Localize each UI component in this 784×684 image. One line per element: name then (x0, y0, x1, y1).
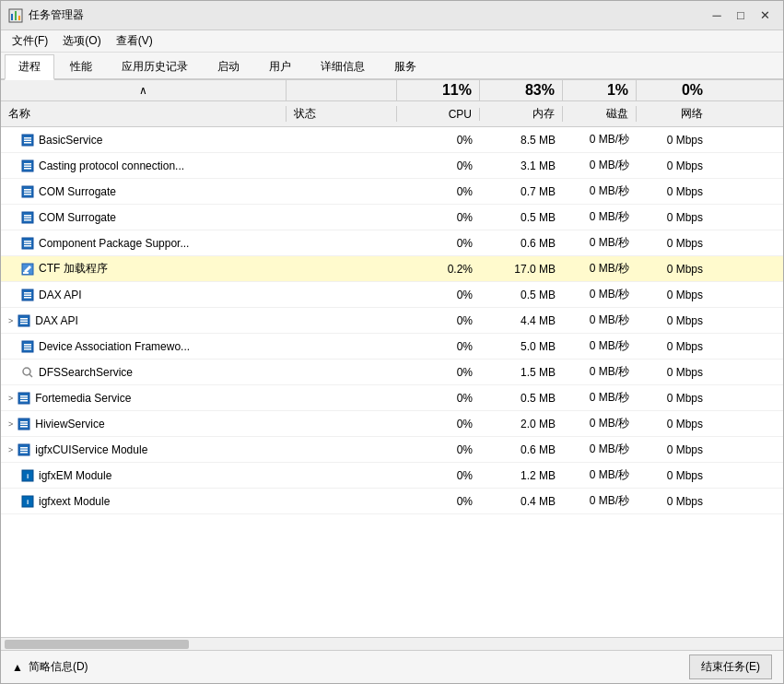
process-name-cell: BasicService (1, 133, 287, 147)
process-icon (20, 236, 35, 251)
process-memory: 0.6 MB (480, 443, 563, 456)
process-name: COM Surrogate (39, 185, 116, 198)
maximize-button[interactable]: □ (730, 5, 752, 27)
table-row[interactable]: COM Surrogate 0% 0.7 MB 0 MB/秒 0 Mbps (1, 179, 783, 205)
table-row[interactable]: Device Association Framewo... 0% 5.0 MB … (1, 334, 783, 360)
table-row[interactable]: DAX API 0% 0.5 MB 0 MB/秒 0 Mbps (1, 282, 783, 308)
col-header-disk[interactable]: 磁盘 (563, 106, 637, 122)
svg-rect-42 (20, 397, 28, 399)
tab-bar: 进程 性能 应用历史记录 启动 用户 详细信息 服务 (1, 53, 783, 80)
tab-processes[interactable]: 进程 (5, 54, 54, 80)
col-header-network[interactable]: 网络 (637, 106, 710, 122)
table-row[interactable]: i igfxEM Module 0% 1.2 MB 0 MB/秒 0 Mbps (1, 463, 783, 489)
brief-info-label[interactable]: 简略信息(D) (29, 659, 88, 675)
process-name-cell: COM Surrogate (1, 210, 287, 225)
network-stat: 0% (637, 80, 710, 100)
expand-arrow[interactable]: > (8, 394, 13, 403)
expand-arrow[interactable]: > (8, 419, 13, 429)
process-name-cell: > Fortemedia Service (1, 391, 287, 406)
sort-arrow[interactable]: ∧ (139, 84, 147, 97)
svg-rect-43 (20, 400, 28, 402)
process-name: CTF 加载程序 (39, 261, 108, 277)
app-icon (8, 8, 23, 23)
menu-options[interactable]: 选项(O) (55, 31, 108, 51)
svg-rect-13 (24, 189, 31, 191)
process-network: 0 Mbps (637, 263, 710, 276)
process-name-cell: i igfxext Module (1, 494, 287, 509)
horizontal-scrollbar-thumb[interactable] (5, 640, 189, 649)
process-name: COM Surrogate (39, 211, 116, 224)
menu-view[interactable]: 查看(V) (109, 31, 160, 51)
svg-rect-47 (20, 426, 28, 428)
process-network: 0 Mbps (637, 134, 710, 147)
menu-file[interactable]: 文件(F) (5, 31, 55, 51)
process-cpu: 0% (397, 237, 480, 250)
svg-rect-14 (24, 191, 31, 193)
svg-rect-27 (24, 292, 31, 294)
svg-rect-1 (11, 14, 13, 20)
process-disk: 0 MB/秒 (563, 338, 637, 354)
content-area: ∧ 11% 83% 1% 0% 名称 状态 (1, 80, 783, 650)
process-icon (20, 133, 35, 147)
end-task-button[interactable]: 结束任务(E) (689, 655, 772, 679)
svg-rect-32 (20, 320, 28, 322)
process-disk: 0 MB/秒 (563, 183, 637, 199)
tab-performance[interactable]: 性能 (56, 54, 106, 78)
minimize-button[interactable]: ─ (706, 5, 728, 27)
horizontal-scrollbar[interactable] (1, 637, 783, 650)
memory-stat: 83% (480, 80, 563, 100)
process-name: Fortemedia Service (35, 392, 131, 405)
process-icon: i (20, 468, 35, 483)
svg-rect-7 (24, 142, 31, 144)
svg-rect-29 (24, 297, 31, 299)
process-name-cell: DFSSearchService (1, 365, 287, 380)
col-header-cpu[interactable]: CPU (397, 108, 480, 121)
close-button[interactable]: ✕ (754, 5, 776, 27)
process-memory: 3.1 MB (480, 159, 563, 172)
process-disk: 0 MB/秒 (563, 390, 637, 406)
process-network: 0 Mbps (637, 366, 710, 379)
col-header-status[interactable]: 状态 (287, 106, 397, 122)
table-row[interactable]: DFSSearchService 0% 1.5 MB 0 MB/秒 0 Mbps (1, 360, 783, 385)
table-row[interactable]: Component Package Suppor... 0% 0.6 MB 0 … (1, 230, 783, 256)
table-row[interactable]: Casting protocol connection... 0% 3.1 MB… (1, 153, 783, 179)
process-table[interactable]: BasicService 0% 8.5 MB 0 MB/秒 0 Mbps Cas… (1, 127, 783, 637)
process-memory: 0.6 MB (480, 237, 563, 250)
process-name-cell: Device Association Framewo... (1, 339, 287, 354)
svg-rect-23 (24, 245, 31, 247)
table-row[interactable]: > igfxCUIService Module 0% 0.6 MB 0 MB/秒… (1, 437, 783, 463)
svg-text:i: i (27, 498, 29, 506)
process-cpu: 0% (397, 211, 480, 224)
table-row[interactable]: > Fortemedia Service 0% 0.5 MB 0 MB/秒 0 … (1, 385, 783, 411)
svg-rect-45 (20, 421, 28, 423)
tab-app-history[interactable]: 应用历史记录 (108, 54, 202, 78)
process-network: 0 Mbps (637, 418, 710, 430)
col-header-name[interactable]: 名称 (1, 106, 287, 122)
svg-point-38 (23, 368, 30, 375)
tab-users[interactable]: 用户 (255, 54, 305, 78)
process-network: 0 Mbps (637, 340, 710, 353)
col-header-memory[interactable]: 内存 (480, 106, 563, 122)
process-cpu: 0.2% (397, 263, 480, 276)
expand-arrow[interactable]: > (8, 316, 13, 325)
process-name-cell: DAX API (1, 288, 287, 302)
svg-rect-25 (23, 272, 29, 274)
table-row[interactable]: > HiviewService 0% 2.0 MB 0 MB/秒 0 Mbps (1, 411, 783, 437)
table-row[interactable]: CTF 加载程序 0.2% 17.0 MB 0 MB/秒 0 Mbps (1, 256, 783, 282)
tab-startup[interactable]: 启动 (204, 54, 253, 78)
process-name: igfxEM Module (39, 469, 111, 482)
svg-rect-17 (24, 215, 31, 217)
table-row[interactable]: i igfxext Module 0% 0.4 MB 0 MB/秒 0 Mbps (1, 489, 783, 514)
svg-rect-33 (20, 323, 28, 324)
expand-arrow[interactable]: > (8, 445, 13, 454)
process-name-cell: Component Package Suppor... (1, 236, 287, 251)
svg-rect-50 (20, 449, 28, 451)
table-row[interactable]: > DAX API 0% 4.4 MB 0 MB/秒 0 Mbps (1, 308, 783, 334)
tab-details[interactable]: 详细信息 (307, 54, 379, 78)
disk-percent: 1% (607, 82, 628, 99)
tab-services[interactable]: 服务 (380, 54, 430, 78)
process-name: igfxCUIService Module (35, 443, 147, 456)
svg-rect-46 (20, 423, 28, 425)
table-row[interactable]: COM Surrogate 0% 0.5 MB 0 MB/秒 0 Mbps (1, 205, 783, 230)
table-row[interactable]: BasicService 0% 8.5 MB 0 MB/秒 0 Mbps (1, 127, 783, 153)
